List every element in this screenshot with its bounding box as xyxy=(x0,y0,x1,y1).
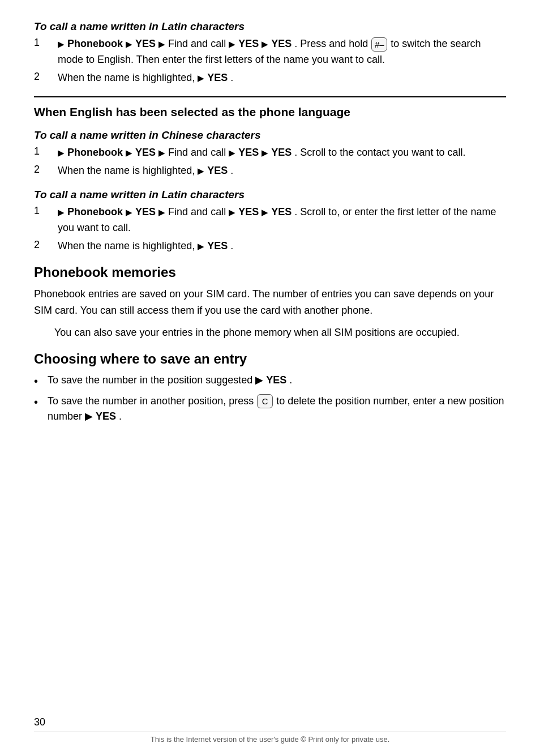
when-highlighted: When the name is highlighted, xyxy=(58,72,198,83)
chinese-chars-heading: To call a name written in Chinese charac… xyxy=(34,129,506,142)
step-num-2: 2 xyxy=(34,70,58,83)
bullet-2: • To save the number in another position… xyxy=(34,394,506,425)
phonebook-memories-body2: You can also save your entries in the ph… xyxy=(34,324,506,341)
arrow-icon: ▶ xyxy=(255,374,263,386)
bullet-1: • To save the number in the position sug… xyxy=(34,373,506,390)
page-number: 30 xyxy=(34,716,45,728)
yes-label: YES xyxy=(207,165,228,176)
step-2: 2 When the name is highlighted, ▶ YES . xyxy=(34,70,506,86)
arrow-icon: ▶ xyxy=(126,39,132,49)
phonebook-memories-heading: Phonebook memories xyxy=(34,264,506,280)
yes-label: YES xyxy=(135,206,158,217)
arrow-icon: ▶ xyxy=(229,39,235,49)
arrow-icon: ▶ xyxy=(85,411,93,422)
when-highlighted-c: When the name is highlighted, xyxy=(58,165,198,176)
yes-label: YES xyxy=(271,206,292,217)
arrow-icon: ▶ xyxy=(58,148,65,157)
step-latin2-2: 2 When the name is highlighted, ▶ YES . xyxy=(34,238,506,254)
yes-label: YES xyxy=(135,147,158,158)
find-call-label: Find and call xyxy=(168,38,229,49)
step-text-c1: . Scroll to the contact you want to call… xyxy=(294,147,465,158)
steps-latin-2: 1 ▶ Phonebook ▶ YES ▶ Find and call ▶ YE… xyxy=(34,204,506,254)
period: . xyxy=(230,240,233,251)
arrow-icon: ▶ xyxy=(262,39,268,49)
phonebook-label: Phonebook xyxy=(67,38,126,49)
bullet-dot-1: • xyxy=(34,373,48,390)
latin-chars-heading-2: To call a name written in Latin characte… xyxy=(34,189,506,201)
phonebook-label: Phonebook xyxy=(67,147,126,158)
arrow-icon: ▶ xyxy=(198,166,204,176)
arrow-icon: ▶ xyxy=(158,207,165,217)
arrow-icon: ▶ xyxy=(229,207,235,217)
section-divider xyxy=(34,96,506,97)
yes-label: YES xyxy=(271,147,292,158)
bullet-content-1: To save the number in the position sugge… xyxy=(48,373,292,388)
yes-label: YES xyxy=(207,72,228,83)
steps-chinese: 1 ▶ Phonebook ▶ YES ▶ Find and call ▶ YE… xyxy=(34,145,506,179)
c-key: C xyxy=(257,394,273,408)
step-num-c1: 1 xyxy=(34,145,58,157)
bullet-dot-2: • xyxy=(34,394,48,411)
section-latin-chars-1: To call a name written in Latin characte… xyxy=(34,20,506,86)
arrow-icon: ▶ xyxy=(262,148,268,157)
arrow-icon: ▶ xyxy=(262,207,268,217)
step-content-1: ▶ Phonebook ▶ YES ▶ Find and call ▶ YES … xyxy=(58,36,506,68)
footer-divider xyxy=(34,732,506,732)
section-chinese-chars: To call a name written in Chinese charac… xyxy=(34,129,506,179)
step-text: . Press and hold xyxy=(294,38,371,49)
yes-label: YES xyxy=(238,206,262,217)
choosing-entry-heading: Choosing where to save an entry xyxy=(34,351,506,367)
arrow-icon: ▶ xyxy=(126,207,132,217)
arrow-icon: ▶ xyxy=(198,73,204,83)
when-highlighted-l2: When the name is highlighted, xyxy=(58,240,198,251)
footer: 30 This is the Internet version of the u… xyxy=(0,716,540,744)
period: . xyxy=(119,411,122,422)
step-chinese-1: 1 ▶ Phonebook ▶ YES ▶ Find and call ▶ YE… xyxy=(34,145,506,161)
arrow-icon: ▶ xyxy=(158,148,165,157)
period: . xyxy=(289,374,292,386)
steps-latin-1: 1 ▶ Phonebook ▶ YES ▶ Find and call ▶ YE… xyxy=(34,36,506,86)
phonebook-memories-body1: Phonebook entries are saved on your SIM … xyxy=(34,286,506,319)
period: . xyxy=(230,72,233,83)
hash-key: #– xyxy=(371,37,387,52)
yes-label: YES xyxy=(271,38,292,49)
bullet-text-1a: To save the number in the position sugge… xyxy=(48,374,255,386)
yes-label: YES xyxy=(96,411,116,422)
yes-label: YES xyxy=(238,147,262,158)
step-content-c2: When the name is highlighted, ▶ YES . xyxy=(58,163,506,179)
phonebook-label: Phonebook xyxy=(67,206,126,217)
step-content-c1: ▶ Phonebook ▶ YES ▶ Find and call ▶ YES … xyxy=(58,145,506,161)
yes-label: YES xyxy=(266,374,286,386)
step-content-l21: ▶ Phonebook ▶ YES ▶ Find and call ▶ YES … xyxy=(58,204,506,236)
period: . xyxy=(230,165,233,176)
find-call-label: Find and call xyxy=(168,206,229,217)
step-1: 1 ▶ Phonebook ▶ YES ▶ Find and call ▶ YE… xyxy=(34,36,506,68)
arrow-icon: ▶ xyxy=(58,39,65,49)
bullet-content-2: To save the number in another position, … xyxy=(48,394,506,425)
section-choosing-entry: Choosing where to save an entry • To sav… xyxy=(34,351,506,425)
arrow-icon: ▶ xyxy=(58,207,65,217)
step-latin2-1: 1 ▶ Phonebook ▶ YES ▶ Find and call ▶ YE… xyxy=(34,204,506,236)
step-num-1: 1 xyxy=(34,36,58,49)
yes-label: YES xyxy=(238,38,262,49)
section-latin-chars-2: To call a name written in Latin characte… xyxy=(34,189,506,254)
arrow-icon: ▶ xyxy=(158,39,165,49)
step-num-c2: 2 xyxy=(34,163,58,176)
arrow-icon: ▶ xyxy=(229,148,235,157)
yes-label: YES xyxy=(207,240,228,251)
step-content-2: When the name is highlighted, ▶ YES . xyxy=(58,70,506,86)
arrow-icon: ▶ xyxy=(198,241,204,251)
latin-chars-heading-1: To call a name written in Latin characte… xyxy=(34,20,506,33)
yes-label: YES xyxy=(135,38,158,49)
footer-notice: This is the Internet version of the user… xyxy=(34,735,506,744)
choosing-entry-bullets: • To save the number in the position sug… xyxy=(34,373,506,425)
bullet-text-2a: To save the number in another position, … xyxy=(48,395,256,407)
section-phonebook-memories: Phonebook memories Phonebook entries are… xyxy=(34,264,506,340)
arrow-icon: ▶ xyxy=(126,148,132,157)
step-chinese-2: 2 When the name is highlighted, ▶ YES . xyxy=(34,163,506,179)
when-english-heading: When English has been selected as the ph… xyxy=(34,105,506,119)
section-when-english: When English has been selected as the ph… xyxy=(34,105,506,119)
step-num-l21: 1 xyxy=(34,204,58,217)
find-call-label: Find and call xyxy=(168,147,229,158)
step-content-l22: When the name is highlighted, ▶ YES . xyxy=(58,238,506,254)
